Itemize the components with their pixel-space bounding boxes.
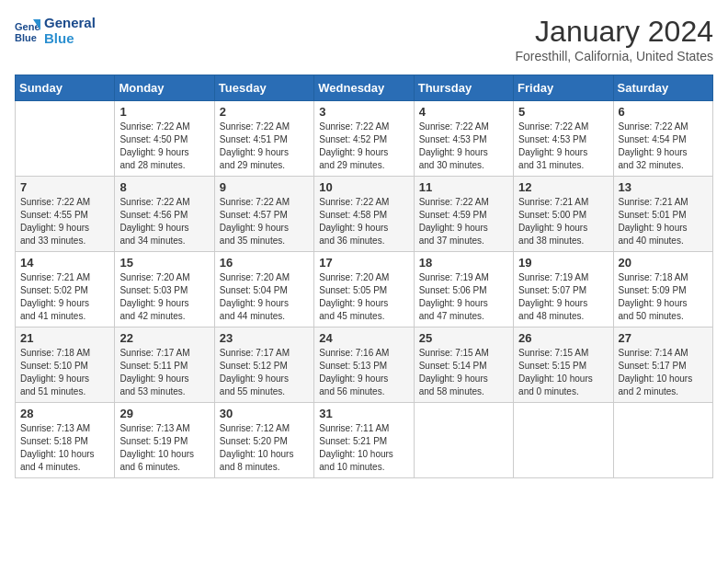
day-info: Sunrise: 7:19 AM Sunset: 5:07 PM Dayligh… — [518, 271, 608, 323]
calendar-cell: 21Sunrise: 7:18 AM Sunset: 5:10 PM Dayli… — [16, 327, 115, 403]
month-title: January 2024 — [515, 15, 713, 49]
day-number: 4 — [419, 105, 508, 119]
day-info: Sunrise: 7:20 AM Sunset: 5:03 PM Dayligh… — [119, 271, 209, 323]
day-number: 26 — [518, 331, 608, 345]
calendar-cell: 17Sunrise: 7:20 AM Sunset: 5:05 PM Dayli… — [314, 252, 414, 327]
day-number: 30 — [220, 407, 309, 420]
day-number: 5 — [518, 105, 608, 119]
calendar-cell: 4Sunrise: 7:22 AM Sunset: 4:53 PM Daylig… — [414, 101, 513, 177]
day-number: 20 — [619, 256, 708, 270]
calendar-week-row: 21Sunrise: 7:18 AM Sunset: 5:10 PM Dayli… — [16, 327, 713, 403]
calendar-header-row: SundayMondayTuesdayWednesdayThursdayFrid… — [16, 75, 713, 101]
calendar-cell: 18Sunrise: 7:19 AM Sunset: 5:06 PM Dayli… — [414, 252, 513, 327]
day-number: 12 — [518, 180, 608, 194]
title-section: January 2024 Foresthill, California, Uni… — [515, 15, 713, 63]
day-number: 6 — [619, 105, 708, 119]
day-number: 13 — [619, 180, 708, 194]
logo: General Blue General Blue — [15, 15, 96, 47]
calendar-table: SundayMondayTuesdayWednesdayThursdayFrid… — [15, 75, 713, 478]
calendar-cell: 23Sunrise: 7:17 AM Sunset: 5:12 PM Dayli… — [214, 327, 313, 403]
calendar-week-row: 1Sunrise: 7:22 AM Sunset: 4:50 PM Daylig… — [16, 101, 713, 177]
calendar-cell: 26Sunrise: 7:15 AM Sunset: 5:15 PM Dayli… — [514, 327, 613, 403]
calendar-cell: 1Sunrise: 7:22 AM Sunset: 4:50 PM Daylig… — [115, 101, 214, 177]
day-number: 7 — [20, 180, 109, 194]
day-number: 18 — [419, 256, 508, 270]
day-info: Sunrise: 7:14 AM Sunset: 5:17 PM Dayligh… — [619, 347, 708, 398]
calendar-cell: 7Sunrise: 7:22 AM Sunset: 4:55 PM Daylig… — [16, 177, 115, 252]
day-number: 16 — [220, 256, 309, 270]
calendar-cell: 22Sunrise: 7:17 AM Sunset: 5:11 PM Dayli… — [115, 327, 214, 403]
calendar-cell — [514, 403, 613, 478]
day-info: Sunrise: 7:17 AM Sunset: 5:12 PM Dayligh… — [220, 347, 309, 398]
calendar-cell: 16Sunrise: 7:20 AM Sunset: 5:04 PM Dayli… — [214, 252, 313, 327]
day-info: Sunrise: 7:22 AM Sunset: 4:50 PM Dayligh… — [119, 121, 209, 172]
day-info: Sunrise: 7:21 AM Sunset: 5:00 PM Dayligh… — [518, 196, 608, 247]
day-number: 14 — [20, 256, 109, 270]
calendar-week-row: 28Sunrise: 7:13 AM Sunset: 5:18 PM Dayli… — [16, 403, 713, 478]
calendar-cell: 8Sunrise: 7:22 AM Sunset: 4:56 PM Daylig… — [115, 177, 214, 252]
day-number: 8 — [119, 180, 209, 194]
calendar-week-row: 7Sunrise: 7:22 AM Sunset: 4:55 PM Daylig… — [16, 177, 713, 252]
calendar-cell: 14Sunrise: 7:21 AM Sunset: 5:02 PM Dayli… — [16, 252, 115, 327]
calendar-cell — [414, 403, 513, 478]
svg-text:Blue: Blue — [15, 32, 37, 43]
calendar-cell — [613, 403, 712, 478]
calendar-cell: 20Sunrise: 7:18 AM Sunset: 5:09 PM Dayli… — [613, 252, 712, 327]
calendar-cell: 15Sunrise: 7:20 AM Sunset: 5:03 PM Dayli… — [115, 252, 214, 327]
calendar-cell: 9Sunrise: 7:22 AM Sunset: 4:57 PM Daylig… — [214, 177, 313, 252]
day-info: Sunrise: 7:21 AM Sunset: 5:02 PM Dayligh… — [20, 271, 109, 323]
calendar-cell: 13Sunrise: 7:21 AM Sunset: 5:01 PM Dayli… — [613, 177, 712, 252]
calendar-header-wednesday: Wednesday — [314, 75, 414, 101]
day-info: Sunrise: 7:20 AM Sunset: 5:05 PM Dayligh… — [319, 271, 408, 323]
day-info: Sunrise: 7:16 AM Sunset: 5:13 PM Dayligh… — [319, 347, 408, 398]
day-info: Sunrise: 7:22 AM Sunset: 4:53 PM Dayligh… — [419, 121, 508, 172]
calendar-header-monday: Monday — [115, 75, 214, 101]
calendar-header-sunday: Sunday — [16, 75, 115, 101]
day-number: 15 — [119, 256, 209, 270]
day-number: 22 — [119, 331, 209, 345]
day-info: Sunrise: 7:22 AM Sunset: 4:52 PM Dayligh… — [319, 121, 408, 172]
calendar-header-tuesday: Tuesday — [214, 75, 313, 101]
day-info: Sunrise: 7:22 AM Sunset: 4:54 PM Dayligh… — [619, 121, 708, 172]
page-header: General Blue General Blue January 2024 F… — [15, 15, 713, 63]
day-number: 21 — [20, 331, 109, 345]
calendar-cell: 6Sunrise: 7:22 AM Sunset: 4:54 PM Daylig… — [613, 101, 712, 177]
calendar-cell — [16, 101, 115, 177]
day-info: Sunrise: 7:17 AM Sunset: 5:11 PM Dayligh… — [119, 347, 209, 398]
day-info: Sunrise: 7:19 AM Sunset: 5:06 PM Dayligh… — [419, 271, 508, 323]
day-info: Sunrise: 7:22 AM Sunset: 4:56 PM Dayligh… — [119, 196, 209, 247]
day-number: 27 — [619, 331, 708, 345]
day-info: Sunrise: 7:12 AM Sunset: 5:20 PM Dayligh… — [220, 422, 309, 474]
day-info: Sunrise: 7:22 AM Sunset: 4:51 PM Dayligh… — [220, 121, 309, 172]
day-number: 17 — [319, 256, 408, 270]
calendar-cell: 19Sunrise: 7:19 AM Sunset: 5:07 PM Dayli… — [514, 252, 613, 327]
day-info: Sunrise: 7:21 AM Sunset: 5:01 PM Dayligh… — [619, 196, 708, 247]
day-number: 25 — [419, 331, 508, 345]
day-info: Sunrise: 7:22 AM Sunset: 4:58 PM Dayligh… — [319, 196, 408, 247]
calendar-cell: 31Sunrise: 7:11 AM Sunset: 5:21 PM Dayli… — [314, 403, 414, 478]
day-number: 9 — [220, 180, 309, 194]
location: Foresthill, California, United States — [515, 49, 713, 63]
logo-line1: General — [44, 15, 96, 30]
day-number: 24 — [319, 331, 408, 345]
day-info: Sunrise: 7:22 AM Sunset: 4:55 PM Dayligh… — [20, 196, 109, 247]
day-number: 29 — [119, 407, 209, 420]
calendar-cell: 2Sunrise: 7:22 AM Sunset: 4:51 PM Daylig… — [214, 101, 313, 177]
calendar-cell: 12Sunrise: 7:21 AM Sunset: 5:00 PM Dayli… — [514, 177, 613, 252]
day-info: Sunrise: 7:22 AM Sunset: 4:53 PM Dayligh… — [518, 121, 608, 172]
calendar-cell: 5Sunrise: 7:22 AM Sunset: 4:53 PM Daylig… — [514, 101, 613, 177]
day-info: Sunrise: 7:13 AM Sunset: 5:19 PM Dayligh… — [119, 422, 209, 474]
day-info: Sunrise: 7:20 AM Sunset: 5:04 PM Dayligh… — [220, 271, 309, 323]
calendar-cell: 29Sunrise: 7:13 AM Sunset: 5:19 PM Dayli… — [115, 403, 214, 478]
calendar-cell: 24Sunrise: 7:16 AM Sunset: 5:13 PM Dayli… — [314, 327, 414, 403]
calendar-cell: 10Sunrise: 7:22 AM Sunset: 4:58 PM Dayli… — [314, 177, 414, 252]
day-number: 11 — [419, 180, 508, 194]
calendar-cell: 28Sunrise: 7:13 AM Sunset: 5:18 PM Dayli… — [16, 403, 115, 478]
day-info: Sunrise: 7:11 AM Sunset: 5:21 PM Dayligh… — [319, 422, 408, 474]
calendar-header-saturday: Saturday — [613, 75, 712, 101]
logo-icon: General Blue — [15, 17, 40, 43]
day-info: Sunrise: 7:22 AM Sunset: 4:59 PM Dayligh… — [419, 196, 508, 247]
calendar-cell: 3Sunrise: 7:22 AM Sunset: 4:52 PM Daylig… — [314, 101, 414, 177]
logo-line2: Blue — [44, 30, 96, 46]
day-info: Sunrise: 7:15 AM Sunset: 5:15 PM Dayligh… — [518, 347, 608, 398]
